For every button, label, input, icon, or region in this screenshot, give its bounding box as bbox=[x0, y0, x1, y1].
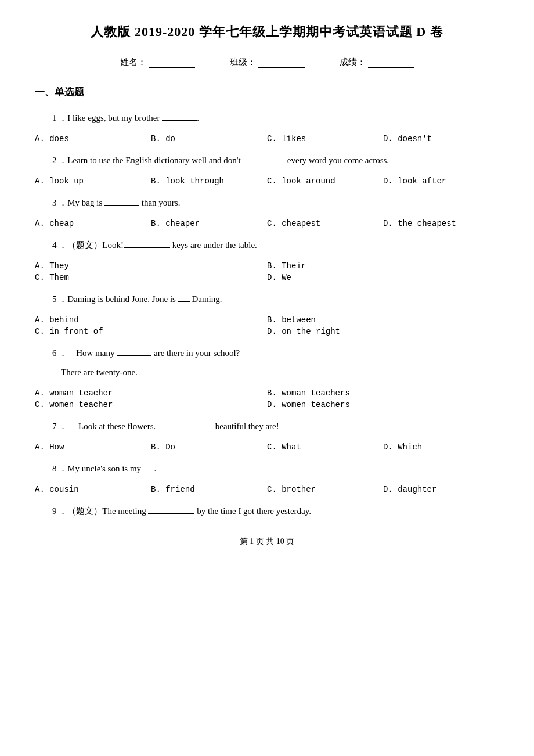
name-label: 姓名： bbox=[120, 57, 146, 68]
question-8-text: 8 ．My uncle's son is my . bbox=[52, 461, 499, 477]
question-8: 8 ．My uncle's son is my . A. cousin B. f… bbox=[35, 461, 499, 495]
option-5b: B. between bbox=[267, 314, 499, 326]
option-1b: B. do bbox=[151, 133, 267, 145]
option-3b: B. cheaper bbox=[151, 218, 267, 229]
option-7b: B. Do bbox=[151, 441, 267, 453]
name-field: 姓名： bbox=[120, 57, 195, 68]
option-1d: D. doesn't bbox=[383, 133, 499, 145]
question-5: 5 ．Daming is behind Jone. Jone is Daming… bbox=[35, 291, 499, 337]
option-4d: D. We bbox=[267, 272, 499, 283]
q2-blank bbox=[241, 154, 287, 163]
option-8d: D. daughter bbox=[383, 484, 499, 495]
option-1c: C. likes bbox=[267, 133, 383, 145]
question-3: 3 ．My bag is than yours. A. cheap B. che… bbox=[35, 195, 499, 229]
question-5-text: 5 ．Daming is behind Jone. Jone is Daming… bbox=[52, 291, 499, 307]
question-1-text: 1 ．I like eggs, but my brother . bbox=[52, 110, 499, 126]
q5-blank bbox=[178, 293, 190, 302]
option-5c: C. in front of bbox=[35, 326, 267, 337]
option-6c: C. women teacher bbox=[35, 399, 267, 411]
class-underline bbox=[258, 57, 305, 68]
option-2c: C. look around bbox=[267, 175, 383, 187]
header-info: 姓名： 班级： 成绩： bbox=[35, 57, 499, 68]
question-3-text: 3 ．My bag is than yours. bbox=[52, 195, 499, 211]
option-4b: B. Their bbox=[267, 260, 499, 272]
option-5d: D. on the right bbox=[267, 326, 499, 337]
option-8a: A. cousin bbox=[35, 484, 151, 495]
score-field: 成绩： bbox=[340, 57, 414, 68]
question-6: 6 ．—How many are there in your school? —… bbox=[35, 345, 499, 411]
q4-blank bbox=[124, 239, 170, 248]
option-7c: C. What bbox=[267, 441, 383, 453]
option-8b: B. friend bbox=[151, 484, 267, 495]
option-4c: C. Them bbox=[35, 272, 267, 283]
question-2-options: A. look up B. look through C. look aroun… bbox=[35, 175, 499, 187]
question-1-options: A. does B. do C. likes D. doesn't bbox=[35, 133, 499, 145]
question-4: 4 ．（题文）Look! keys are under the table. A… bbox=[35, 237, 499, 283]
question-9-text: 9 ．（题文）The meeting by the time I got the… bbox=[52, 503, 499, 519]
question-7: 7 ．— Look at these flowers. — beautiful … bbox=[35, 419, 499, 453]
q7-blank bbox=[167, 420, 213, 429]
option-7d: D. Which bbox=[383, 441, 499, 453]
option-2d: D. look after bbox=[383, 175, 499, 187]
question-5-options: A. behind B. between C. in front of D. o… bbox=[35, 314, 499, 337]
q6-blank bbox=[117, 347, 151, 356]
question-6-text1: 6 ．—How many are there in your school? bbox=[52, 345, 499, 361]
option-4a: A. They bbox=[35, 260, 267, 272]
page-title: 人教版 2019-2020 学年七年级上学期期中考试英语试题 D 卷 bbox=[35, 23, 499, 41]
option-3c: C. cheapest bbox=[267, 218, 383, 229]
option-8c: C. brother bbox=[267, 484, 383, 495]
question-4-options: A. They B. Their C. Them D. We bbox=[35, 260, 499, 283]
option-3a: A. cheap bbox=[35, 218, 151, 229]
option-1a: A. does bbox=[35, 133, 151, 145]
option-6b: B. woman teachers bbox=[267, 387, 499, 399]
question-7-text: 7 ．— Look at these flowers. — beautiful … bbox=[52, 419, 499, 434]
option-6d: D. women teachers bbox=[267, 399, 499, 411]
option-2a: A. look up bbox=[35, 175, 151, 187]
q3-blank bbox=[104, 196, 139, 206]
question-1: 1 ．I like eggs, but my brother . A. does… bbox=[35, 110, 499, 145]
question-4-text: 4 ．（题文）Look! keys are under the table. bbox=[52, 237, 499, 253]
question-7-options: A. How B. Do C. What D. Which bbox=[35, 441, 499, 453]
score-label: 成绩： bbox=[340, 57, 366, 68]
q9-blank bbox=[148, 505, 194, 514]
question-2: 2 ．Learn to use the English dictionary w… bbox=[35, 153, 499, 187]
option-7a: A. How bbox=[35, 441, 151, 453]
question-9: 9 ．（题文）The meeting by the time I got the… bbox=[35, 503, 499, 519]
score-underline bbox=[368, 57, 414, 68]
option-3d: D. the cheapest bbox=[383, 218, 499, 229]
question-6-options: A. woman teacher B. woman teachers C. wo… bbox=[35, 387, 499, 411]
class-field: 班级： bbox=[230, 57, 305, 68]
class-label: 班级： bbox=[230, 57, 256, 68]
option-6a: A. woman teacher bbox=[35, 387, 267, 399]
q1-blank bbox=[162, 111, 197, 121]
question-3-options: A. cheap B. cheaper C. cheapest D. the c… bbox=[35, 218, 499, 229]
option-5a: A. behind bbox=[35, 314, 267, 326]
page-footer: 第 1 页 共 10 页 bbox=[35, 537, 499, 547]
question-6-text2: —There are twenty-one. bbox=[52, 365, 499, 380]
question-8-options: A. cousin B. friend C. brother D. daught… bbox=[35, 484, 499, 495]
section1-title: 一、单选题 bbox=[35, 85, 499, 99]
name-underline bbox=[149, 57, 195, 68]
option-2b: B. look through bbox=[151, 175, 267, 187]
question-2-text: 2 ．Learn to use the English dictionary w… bbox=[52, 153, 499, 168]
